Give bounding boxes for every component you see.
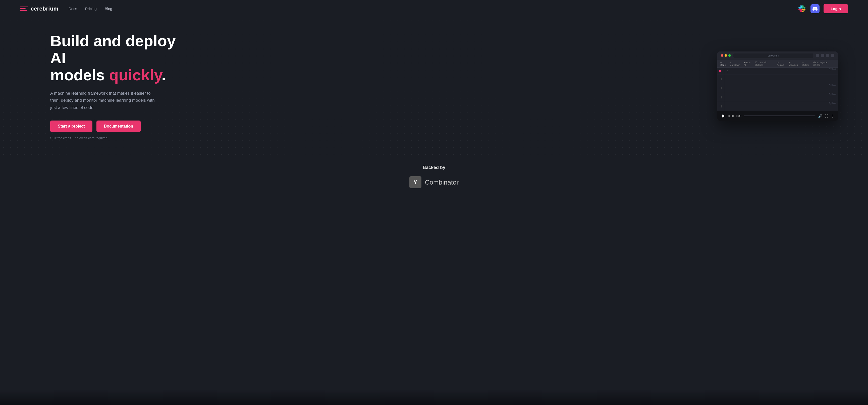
line-num-2: [ ] <box>717 75 724 84</box>
hero-note: $10 free credit – no credit card require… <box>50 136 181 140</box>
nav-links: Docs Pricing Blog <box>68 6 112 11</box>
navbar: cerebrium Docs Pricing Blog <box>0 0 868 17</box>
lang-label-4: Python <box>829 93 838 102</box>
titlebar-url: cerebrium <box>733 54 813 58</box>
hero-section: Build and deploy AI models quickly. A ma… <box>0 17 868 155</box>
toolbar-code: + Code <box>720 61 727 66</box>
code-area-4 <box>724 93 829 102</box>
toolbar-run-all: ▶ Run All <box>744 61 753 66</box>
toolbar-outline: ≡ Outline <box>802 61 811 66</box>
video-controls: 0:00 / 0:33 🔊 ⛶ ⋮ <box>717 111 838 121</box>
nav-link-docs[interactable]: Docs <box>68 6 77 11</box>
toolbar-restart: ↺ Restart <box>777 61 786 66</box>
yc-badge: Y <box>409 176 422 188</box>
time-display: 0:00 / 0:33 <box>728 115 741 118</box>
toolbar-variables: ⊞ Variables <box>788 61 800 66</box>
backed-by-label: Backed by <box>5 165 863 170</box>
lang-label-5: Python <box>829 102 838 111</box>
nav-link-blog[interactable]: Blog <box>105 6 112 11</box>
editor-row-5: [ ] Python <box>717 102 838 111</box>
play-icon <box>722 114 725 118</box>
logo-bar-1 <box>20 6 28 7</box>
hero-demo: cerebrium + Code + Markdown ▶ Run All ☐ … <box>717 52 838 121</box>
slack-icon[interactable] <box>798 4 806 13</box>
toolbar-markdown: + Markdown <box>730 61 742 66</box>
demo-editor: p Python [ ] [ ] Python [ ] Pyt <box>717 68 838 111</box>
lang-label-2 <box>836 75 838 84</box>
titlebar-minimize-dot <box>724 54 727 57</box>
titlebar-icon-2 <box>821 54 824 57</box>
yc-logo[interactable]: Y Combinator <box>409 176 459 188</box>
hero-title-highlight: quickly <box>109 66 161 84</box>
hero-subtitle: A machine learning framework that makes … <box>50 90 156 112</box>
demo-window: cerebrium + Code + Markdown ▶ Run All ☐ … <box>717 52 838 121</box>
toolbar-clear: ☐ Clear All Outputs <box>755 61 775 66</box>
editor-row-2: [ ] <box>717 75 838 84</box>
hero-title-part2: models <box>50 66 109 84</box>
login-button[interactable]: Login <box>824 4 848 13</box>
editor-row-4: [ ] Python <box>717 93 838 102</box>
line-num-4: [ ] <box>717 93 724 102</box>
editor-row-1: p Python <box>717 68 838 75</box>
line-num-1 <box>717 68 724 74</box>
code-area-1: p <box>724 68 829 74</box>
line-num-3: [ ] <box>717 84 724 93</box>
titlebar-dots <box>721 54 731 57</box>
backed-by-section: Backed by Y Combinator <box>0 155 868 204</box>
documentation-button[interactable]: Documentation <box>96 121 141 132</box>
code-area-5 <box>724 102 829 111</box>
play-button[interactable] <box>721 114 726 119</box>
titlebar-maximize-dot <box>728 54 731 57</box>
titlebar-icon-4 <box>831 54 834 57</box>
more-options-icon[interactable]: ⋮ <box>831 114 834 118</box>
bottom-wave <box>0 390 868 405</box>
demo-toolbar: + Code + Markdown ▶ Run All ☐ Clear All … <box>717 60 838 68</box>
titlebar-icons <box>816 54 834 57</box>
progress-bar-container[interactable] <box>744 116 815 116</box>
titlebar-icon-3 <box>826 54 829 57</box>
nav-link-pricing[interactable]: Pricing <box>85 6 97 11</box>
hero-buttons: Start a project Documentation <box>50 121 181 132</box>
editor-row-3: [ ] Python <box>717 84 838 93</box>
run-indicator-1 <box>719 70 721 72</box>
yc-text: Combinator <box>425 179 459 186</box>
logo-text: cerebrium <box>31 5 59 12</box>
code-area-3 <box>724 84 829 93</box>
lang-label-1: Python <box>829 68 838 74</box>
hero-title-part1: Build and deploy AI <box>50 32 176 66</box>
code-area-2 <box>724 75 836 84</box>
logo-bar-3 <box>20 10 27 11</box>
logo[interactable]: cerebrium <box>20 5 59 12</box>
start-project-button[interactable]: Start a project <box>50 121 92 132</box>
logo-bar-2 <box>20 8 26 9</box>
logo-icon <box>20 5 28 12</box>
hero-title-punctuation: . <box>161 66 166 84</box>
hero-title: Build and deploy AI models quickly. <box>50 32 181 84</box>
hero-content: Build and deploy AI models quickly. A ma… <box>50 32 181 140</box>
titlebar-close-dot <box>721 54 723 57</box>
demo-titlebar: cerebrium <box>717 52 838 60</box>
titlebar-icon-1 <box>816 54 819 57</box>
discord-icon[interactable] <box>810 4 819 13</box>
volume-icon[interactable]: 🔊 <box>818 114 822 118</box>
lang-label-3: Python <box>829 84 838 93</box>
nav-left: cerebrium Docs Pricing Blog <box>20 5 112 12</box>
line-num-5: [ ] <box>717 102 724 111</box>
nav-right: Login <box>798 4 848 13</box>
fullscreen-icon[interactable]: ⛶ <box>825 114 828 118</box>
demo-filename: demo (Python 3.9.15) <box>813 61 835 66</box>
